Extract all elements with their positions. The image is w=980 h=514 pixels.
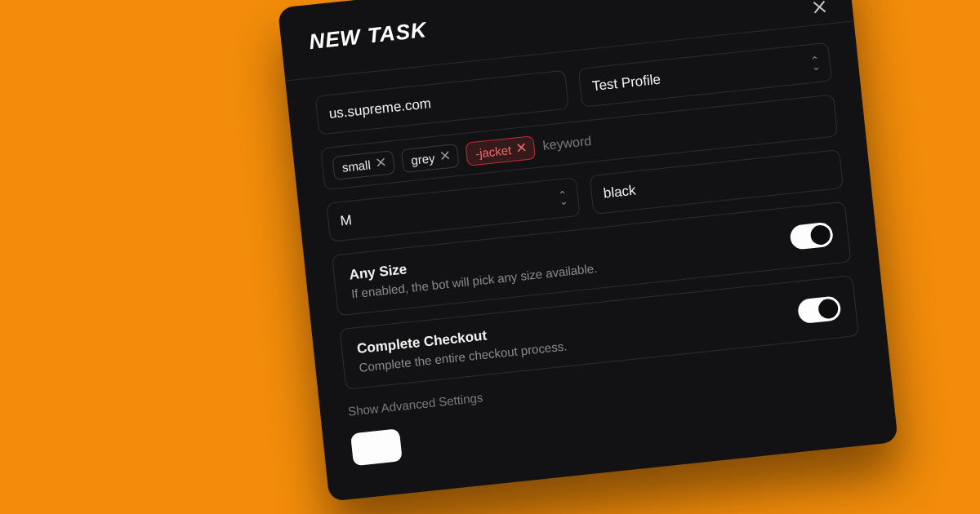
remove-tag-icon[interactable] xyxy=(517,142,526,154)
any-size-toggle[interactable] xyxy=(789,221,834,250)
remove-tag-icon[interactable] xyxy=(441,150,450,162)
keyword-tag-label: small xyxy=(341,157,372,175)
size-select-value: M xyxy=(340,212,353,229)
keyword-placeholder: keyword xyxy=(542,134,592,153)
color-input-value: black xyxy=(603,182,637,202)
close-icon[interactable] xyxy=(808,0,831,22)
profile-select-value: Test Profile xyxy=(591,72,662,95)
site-input-value: us.supreme.com xyxy=(328,95,432,122)
new-task-modal: NEW TASK us.supreme.com Test Profile ⌃⌃ … xyxy=(278,0,898,502)
keyword-tag-negative: -jacket xyxy=(466,135,537,166)
advanced-settings-link[interactable]: Show Advanced Settings xyxy=(347,390,483,418)
footer-button[interactable] xyxy=(350,428,403,466)
modal-header: NEW TASK xyxy=(308,0,824,55)
complete-checkout-toggle[interactable] xyxy=(797,295,842,324)
modal-title: NEW TASK xyxy=(308,17,428,55)
keyword-tag-label: grey xyxy=(410,150,435,166)
keyword-tag: small xyxy=(332,150,395,180)
chevron-updown-icon: ⌃⌃ xyxy=(559,192,568,204)
keyword-tag: grey xyxy=(401,143,460,172)
chevron-updown-icon: ⌃⌃ xyxy=(810,57,820,69)
toggle-knob xyxy=(817,298,839,319)
keyword-tag-label: -jacket xyxy=(474,143,512,161)
remove-tag-icon[interactable] xyxy=(376,157,385,169)
toggle-knob xyxy=(809,224,831,245)
